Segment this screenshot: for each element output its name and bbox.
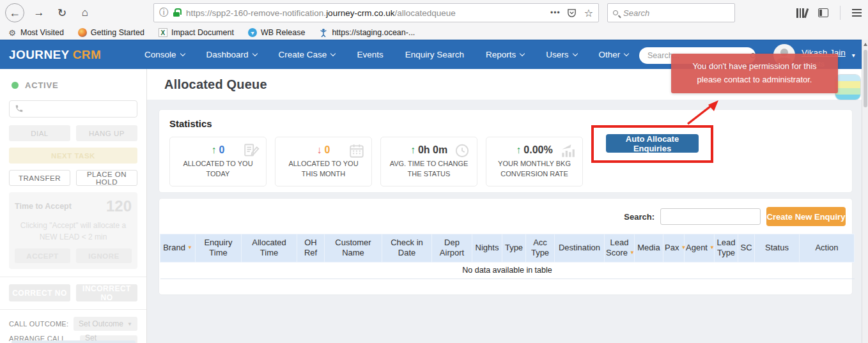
incorrect-no-button[interactable]: INCORRECT NO <box>76 284 137 301</box>
col-action[interactable]: Action <box>800 234 855 263</box>
col-customer-name[interactable]: Customer Name <box>325 234 382 263</box>
ignore-button[interactable]: IGNORE <box>76 248 132 263</box>
stat-label: ALLOCATED TO YOU THIS MONTH <box>275 159 371 179</box>
call-outcome-row: CALL OUTCOME: Set Outcome▼ <box>9 317 137 331</box>
hang-up-button[interactable]: HANG UP <box>76 125 137 141</box>
col-pax[interactable]: Pax <box>663 234 685 263</box>
menu-dashboard[interactable]: Dashboard <box>206 50 257 59</box>
bookmark-label: Getting Started <box>91 28 144 37</box>
sidebars-icon[interactable] <box>818 8 828 17</box>
correct-no-button[interactable]: CORRECT NO <box>9 284 70 301</box>
col-lead-type[interactable]: Lead Type <box>715 234 738 263</box>
col-acc-type[interactable]: Acc Type <box>526 234 555 263</box>
status-label: ACTIVE <box>25 80 58 90</box>
browser-search-input[interactable] <box>623 8 713 18</box>
col-lead-score[interactable]: Lead Score <box>605 234 635 263</box>
scroll-up-icon[interactable] <box>864 43 867 46</box>
col-enquiry-time[interactable]: Enquiry Time <box>196 234 242 263</box>
stat-value: 0 <box>219 144 225 155</box>
col-oh-ref[interactable]: OH Ref <box>297 234 325 263</box>
menu-console[interactable]: Console <box>144 50 185 59</box>
col-sc[interactable]: SC <box>738 234 755 263</box>
dial-button[interactable]: DIAL <box>9 125 70 141</box>
menu-users[interactable]: Users <box>546 50 577 59</box>
col-allocated-time[interactable]: Allocated Time <box>242 234 297 263</box>
bookmark-staging-ocean[interactable]: https://staging.ocean-... <box>319 28 415 37</box>
col-destination[interactable]: Destination <box>555 234 605 263</box>
library-icon[interactable] <box>796 8 807 18</box>
col-nights[interactable]: Nights <box>472 234 502 263</box>
forward-button[interactable]: → <box>31 4 47 21</box>
bookmark-label: WB Release <box>261 28 305 37</box>
menu-reports[interactable]: Reports <box>486 50 524 59</box>
auto-allocate-enquiries-button[interactable]: Auto Allocate Enquiries <box>606 134 699 153</box>
col-status[interactable]: Status <box>755 234 800 263</box>
place-on-hold-button[interactable]: PLACE ON HOLD <box>76 170 137 186</box>
back-button[interactable]: ← <box>5 3 24 22</box>
col-type[interactable]: Type <box>502 234 526 263</box>
caret-down-icon: ▼ <box>127 321 132 327</box>
col-check-in-date[interactable]: Check in Date <box>382 234 432 263</box>
page-actions-icon[interactable]: ••• <box>550 8 561 17</box>
stat-cards: ↑0 ALLOCATED TO YOU TODAY ↓0 ALLOCATED T… <box>169 137 842 187</box>
menu-events[interactable]: Events <box>357 50 383 59</box>
col-media[interactable]: Media <box>635 234 663 263</box>
create-new-enquiry-button[interactable]: Create New Enquiry <box>766 207 846 226</box>
menu-enquiry-search[interactable]: Enquiry Search <box>405 50 464 59</box>
bookmark-wb-release[interactable]: ➤WB Release <box>248 28 305 37</box>
reload-button[interactable]: ↻ <box>54 4 70 21</box>
url-bar[interactable]: ⓘ https://spp2-160-remove-notification.j… <box>153 3 599 22</box>
menu-icon[interactable] <box>852 9 862 17</box>
collapsed-panel-edge <box>12 340 136 343</box>
phone-field-wrap <box>9 100 137 118</box>
menu-create-case[interactable]: Create Case <box>279 50 336 59</box>
sort-caret-icon <box>709 245 715 250</box>
bookmark-getting-started[interactable]: Getting Started <box>78 28 144 37</box>
col-dep-airport[interactable]: Dep Airport <box>432 234 472 263</box>
browser-search[interactable] <box>607 3 735 22</box>
trend-up-icon: ↑ <box>516 144 521 155</box>
next-task-button[interactable]: NEXT TASK <box>9 148 137 164</box>
striped-widget[interactable] <box>835 74 861 100</box>
page-title: Allocated Queue <box>164 77 267 92</box>
scrollbar-thumb[interactable] <box>864 50 867 107</box>
bar-chart-icon <box>559 142 576 159</box>
bookmark-most-visited[interactable]: ⚙Most Visited <box>8 28 64 37</box>
bookmark-label: Most Visited <box>20 28 64 37</box>
transfer-button[interactable]: TRANSFER <box>9 170 70 186</box>
call-outcome-select[interactable]: Set Outcome▼ <box>74 317 137 331</box>
bookmark-star-icon[interactable]: ☆ <box>584 7 593 19</box>
empty-message: No data available in table <box>160 262 855 278</box>
col-brand[interactable]: Brand <box>160 234 196 263</box>
table-toolbar: Search: Create New Enquiry <box>159 207 852 234</box>
outcome-label: CALL OUTCOME: <box>9 320 68 328</box>
bookmark-label: https://staging.ocean-... <box>332 28 415 37</box>
https-lock-icon <box>173 8 180 17</box>
col-agent[interactable]: Agent <box>685 234 715 263</box>
phone-number-input[interactable] <box>9 100 137 118</box>
menu-other[interactable]: Other <box>599 50 629 59</box>
stat-label: YOUR MONTHLY BKG CONVERSION RATE <box>486 159 582 179</box>
url-text: https://spp2-160-remove-notification.jou… <box>186 8 544 18</box>
statistics-heading: Statistics <box>169 118 842 129</box>
screen: ← → ↻ ⌂ ⓘ https://spp2-160-remove-notifi… <box>0 0 868 343</box>
accept-button[interactable]: ACCEPT <box>15 248 70 263</box>
home-button[interactable]: ⌂ <box>77 4 93 21</box>
page-scrollbar[interactable] <box>862 40 868 343</box>
app-logo[interactable]: JOURNEYCRM <box>0 48 144 62</box>
stat-value: 0 <box>325 144 330 155</box>
time-to-accept-label: Time to Accept <box>15 202 72 211</box>
accept-note: Clicking "Accept" will allocate a NEW LE… <box>15 220 132 243</box>
telegram-icon: ➤ <box>248 28 257 37</box>
chevron-down-icon <box>520 50 525 56</box>
table-search-input[interactable] <box>660 208 761 225</box>
caret-down-icon: ▾ <box>852 52 855 59</box>
pocket-icon[interactable] <box>567 8 577 18</box>
annotation-arrow <box>678 95 729 130</box>
chevron-down-icon <box>252 50 257 56</box>
bookmark-impact-document[interactable]: XImpact Document <box>159 28 234 37</box>
stat-label: AVG. TIME TO CHANGE THE STATUS <box>381 159 477 179</box>
page-info-icon[interactable]: ⓘ <box>159 7 168 19</box>
agent-status: ACTIVE <box>12 80 137 90</box>
divider <box>0 277 146 277</box>
